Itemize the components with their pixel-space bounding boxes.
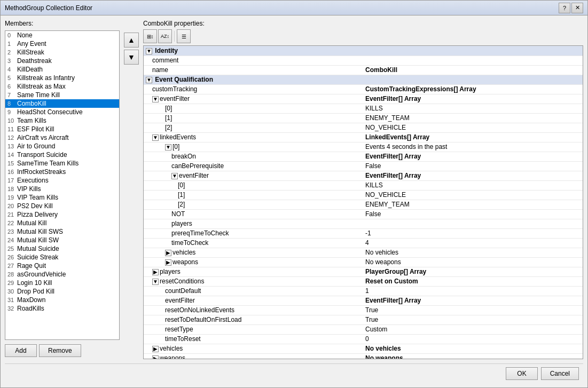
member-num: 21: [7, 211, 16, 218]
eventfilter-value[interactable]: EventFilter[] Array: [363, 94, 583, 104]
vehicles-inner-expand-icon[interactable]: ▶: [165, 250, 171, 256]
vehicles2-expand-icon[interactable]: ▶: [152, 346, 159, 352]
move-up-button[interactable]: ▲: [124, 33, 139, 47]
comment-value[interactable]: [363, 56, 583, 65]
players-inner-value[interactable]: [363, 219, 583, 228]
weapons2-value[interactable]: No weapons: [363, 353, 583, 359]
list-item[interactable]: 24Mutual Kill SW: [5, 236, 119, 244]
list-item[interactable]: 32RoadKills: [5, 304, 119, 313]
list-item[interactable]: 2KillStreak: [5, 48, 119, 57]
list-item[interactable]: 4KillDeath: [5, 65, 119, 74]
list-item[interactable]: 19VIP Team Kills: [5, 193, 119, 202]
list-item[interactable]: 15SameTime Team Kills: [5, 159, 119, 168]
linkedevents-value[interactable]: LinkedEvents[] Array: [363, 132, 583, 142]
ef0-value[interactable]: KILLS: [363, 104, 583, 113]
help-button[interactable]: ?: [559, 3, 570, 13]
identity-collapse-icon[interactable]: ▼: [146, 48, 152, 54]
le0-collapse-icon[interactable]: ▼: [165, 144, 171, 151]
list-item[interactable]: 9HeadShot Consecutive: [5, 108, 119, 116]
member-num: 20: [7, 203, 16, 209]
properties-area[interactable]: ▼ Identity comment name ComboKill: [143, 45, 583, 359]
member-num: 25: [7, 246, 16, 252]
name-value[interactable]: ComboKill: [363, 65, 583, 75]
le-ef2-value[interactable]: ENEMY_TEAM: [363, 200, 583, 209]
prereqtime-value[interactable]: -1: [363, 228, 583, 238]
ef1-value[interactable]: ENEMY_TEAM: [363, 113, 583, 123]
vehicles2-value[interactable]: No vehicles: [363, 344, 583, 353]
timetocheck-value[interactable]: 4: [363, 238, 583, 248]
vehicles-inner-value[interactable]: No vehicles: [363, 248, 583, 257]
list-item[interactable]: 21Pizza Delivery: [5, 210, 119, 219]
players-expand-icon[interactable]: ▶: [152, 269, 159, 275]
name-label: name: [144, 65, 363, 75]
right-panel: ComboKill properties: ⊞↕ AZ↕ ☰: [143, 20, 583, 359]
categorized-button[interactable]: ⊞↕: [143, 29, 157, 43]
not-value[interactable]: False: [363, 209, 583, 219]
resettodefault-value[interactable]: True: [363, 315, 583, 324]
le-ef-collapse-icon[interactable]: ▼: [171, 173, 178, 179]
list-item[interactable]: 25Mutual Suicide: [5, 244, 119, 253]
le-ef0-row: [0] KILLS: [144, 180, 583, 190]
list-item[interactable]: 29Login 10 Kill: [5, 279, 119, 287]
resettype-value[interactable]: Custom: [363, 324, 583, 334]
member-num: 4: [7, 66, 16, 73]
list-item[interactable]: 17Executions: [5, 176, 119, 185]
list-item[interactable]: 16InfRocketStreaks: [5, 168, 119, 176]
list-item[interactable]: 14Transport Suicide: [5, 151, 119, 159]
member-label: Team Kills: [17, 117, 46, 124]
weapons2-expand-icon[interactable]: ▶: [152, 355, 159, 359]
players-value[interactable]: PlayerGroup[] Array: [363, 267, 583, 276]
eventfilter-collapse-icon[interactable]: ▼: [152, 96, 159, 102]
list-item[interactable]: 20PS2 Dev Kill: [5, 202, 119, 210]
resetonnolinked-value[interactable]: True: [363, 305, 583, 315]
resetconditions-collapse-icon[interactable]: ▼: [152, 279, 159, 285]
ok-button[interactable]: OK: [506, 367, 537, 380]
list-item[interactable]: 22Mutual Kill: [5, 219, 119, 227]
list-item[interactable]: 3Deathstreak: [5, 57, 119, 65]
cancel-button[interactable]: Cancel: [541, 367, 579, 380]
member-num: 19: [7, 194, 16, 201]
list-item[interactable]: 27Rage Quit: [5, 262, 119, 270]
list-item[interactable]: 13Air to Ground: [5, 142, 119, 151]
close-button[interactable]: ✕: [571, 3, 583, 13]
le0-value[interactable]: Events 4 seconds in the past: [363, 142, 583, 152]
linkedevents-collapse-icon[interactable]: ▼: [152, 134, 159, 141]
list-item[interactable]: 5Killstreak as Infantry: [5, 74, 119, 82]
list-item[interactable]: 28asGroundVehicle: [5, 270, 119, 279]
members-list[interactable]: 0None1Any Event2KillStreak3Deathstreak4K…: [5, 30, 120, 340]
list-item[interactable]: 8ComboKill: [5, 99, 119, 108]
list-item[interactable]: 1Any Event: [5, 39, 119, 48]
resetconditions-value[interactable]: Reset on Custom: [363, 276, 583, 286]
member-num: 22: [7, 220, 16, 226]
alphabetical-button[interactable]: AZ↕: [158, 29, 172, 43]
ef2-value[interactable]: NO_VEHICLE: [363, 123, 583, 132]
list-item[interactable]: 30Drop Pod Kill: [5, 287, 119, 296]
weapons-inner-value[interactable]: No weapons: [363, 257, 583, 267]
list-item[interactable]: 11ESF Pilot Kill: [5, 125, 119, 133]
list-item[interactable]: 12AirCraft vs Aircraft: [5, 133, 119, 142]
move-down-button[interactable]: ▼: [124, 50, 139, 65]
list-item[interactable]: 10Team Kills: [5, 116, 119, 125]
list-item[interactable]: 7Same Time Kill: [5, 91, 119, 99]
breakon-value[interactable]: EventFilter[] Array: [363, 152, 583, 161]
timetoreset-value[interactable]: 0: [363, 334, 583, 344]
identity-header: ▼ Identity: [144, 46, 583, 56]
list-item[interactable]: 23Mutual Kill SWS: [5, 227, 119, 236]
add-button[interactable]: Add: [5, 344, 37, 357]
countdefault-value[interactable]: 1: [363, 286, 583, 296]
list-item[interactable]: 31MaxDown: [5, 296, 119, 304]
le-eventfilter-value[interactable]: EventFilter[] Array: [363, 171, 583, 180]
list-item[interactable]: 26Suicide Streak: [5, 253, 119, 262]
weapons-inner-expand-icon[interactable]: ▶: [165, 259, 171, 266]
le-ef1-value[interactable]: NO_VEHICLE: [363, 190, 583, 200]
reset-ef-value[interactable]: EventFilter[] Array: [363, 296, 583, 305]
list-item[interactable]: 0None: [5, 31, 119, 39]
properties-button[interactable]: ☰: [177, 29, 191, 43]
le-ef0-value[interactable]: KILLS: [363, 180, 583, 190]
remove-button[interactable]: Remove: [39, 344, 81, 357]
list-item[interactable]: 18VIP Kills: [5, 185, 119, 193]
list-item[interactable]: 6Killstreak as Max: [5, 82, 119, 91]
eventqual-collapse-icon[interactable]: ▼: [146, 77, 152, 83]
customtracking-value[interactable]: CustomTrackingExpressions[] Array: [363, 84, 583, 94]
canbeprereq-value[interactable]: False: [363, 161, 583, 171]
